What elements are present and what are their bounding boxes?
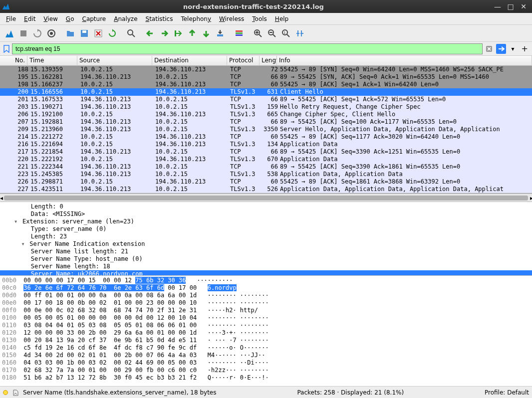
detail-line[interactable]: Server Name list length: 21 [0, 248, 532, 255]
go-back-icon[interactable] [144, 27, 157, 40]
minimize-button[interactable]: — [494, 3, 501, 10]
packet-row[interactable]: 22715.423511194.36.110.21310.0.2.15TLSv1… [0, 186, 532, 193]
menu-view[interactable]: View [40, 14, 60, 23]
bookmark-filter-icon[interactable] [2, 44, 11, 53]
maximize-button[interactable]: □ [507, 3, 514, 10]
packet-row[interactable]: 22015.22219210.0.2.15194.36.110.213TLSv1… [0, 156, 532, 163]
save-icon[interactable] [78, 27, 91, 40]
hex-line[interactable]: 00b0 00 00 00 00 17 00 15 00 00 12 75 6b… [0, 277, 532, 284]
col-time[interactable]: Time [27, 56, 77, 65]
packet-row[interactable]: 20615.19210010.0.2.15194.36.110.213TLSv1… [0, 111, 532, 118]
hex-line[interactable]: 00d0 00 ff 01 00 01 00 00 0a 00 0a 00 08… [0, 292, 532, 299]
clear-filter-icon[interactable] [484, 44, 494, 54]
start-capture-icon[interactable] [3, 27, 16, 40]
detail-line[interactable]: Data: <MISSING> [0, 210, 532, 218]
packet-row[interactable]: 20915.213960194.36.110.21310.0.2.15TLSv1… [0, 126, 532, 133]
packet-row[interactable]: 20715.192881194.36.110.21310.0.2.15TCP66… [0, 118, 532, 126]
expert-info-led-icon[interactable] [3, 390, 8, 395]
hex-line[interactable]: 0150 4d 34 00 2d 00 02 01 01 00 2b 00 07… [0, 352, 532, 359]
menu-file[interactable]: File [3, 14, 19, 23]
packet-row[interactable]: 18815.13935910.0.2.15194.36.110.213TCP72… [0, 66, 532, 73]
tree-toggle-icon[interactable]: ▾ [20, 240, 26, 248]
restart-capture-icon[interactable] [31, 27, 44, 40]
find-icon[interactable] [125, 27, 138, 40]
hex-line[interactable]: 0110 03 08 04 04 01 05 03 08 05 05 01 08… [0, 322, 532, 329]
close-file-icon[interactable] [92, 27, 105, 40]
col-source[interactable]: Source [77, 56, 152, 65]
col-no[interactable]: No. [0, 56, 27, 65]
detail-line-selected[interactable]: Server Name: uk2066.nordvpn.com [0, 270, 532, 275]
packet-row[interactable]: 21715.221854194.36.110.21310.0.2.15TCP66… [0, 148, 532, 156]
menu-analyze[interactable]: Analyze [111, 14, 140, 23]
packet-list[interactable]: 18815.13935910.0.2.15194.36.110.213TCP72… [0, 66, 532, 194]
filter-dropdown-icon[interactable]: ▾ [508, 44, 518, 54]
capture-options-icon[interactable] [45, 27, 58, 40]
menu-statistics[interactable]: Statistics [143, 14, 176, 23]
zoom-out-icon[interactable] [266, 27, 278, 40]
menu-wireless[interactable]: Wireless [216, 14, 247, 23]
menu-help[interactable]: Help [272, 14, 291, 23]
hex-line[interactable]: 0180 51 b6 a2 b7 13 12 72 8b 30 f0 45 ec… [0, 374, 532, 382]
hex-line[interactable]: 0120 12 00 00 00 33 00 2b 00 29 6a 6a 00… [0, 329, 532, 337]
hex-line[interactable]: 00e0 00 17 00 18 00 0b 00 02 01 00 00 23… [0, 299, 532, 307]
detail-line[interactable]: Server Name length: 18 [0, 263, 532, 270]
go-last-icon[interactable] [200, 27, 213, 40]
detail-line[interactable]: Length: 23 [0, 233, 532, 240]
packet-row[interactable]: 19515.162281194.36.110.21310.0.2.15TCP66… [0, 73, 532, 81]
go-to-packet-icon[interactable] [172, 27, 185, 40]
resize-columns-icon[interactable] [293, 27, 306, 40]
hex-line[interactable]: 0170 02 68 32 7a 7a 00 01 00 00 29 00 fb… [0, 367, 532, 374]
zoom-in-icon[interactable] [252, 27, 265, 40]
packet-row[interactable]: 20315.190271194.36.110.21310.0.2.15TLSv1… [0, 103, 532, 111]
menu-telephony[interactable]: Telephony [178, 14, 214, 23]
hex-line[interactable]: 0140 c5 fd 19 2e 16 cd 6f 8e 4f dc f8 c7… [0, 344, 532, 352]
open-icon[interactable] [64, 27, 77, 40]
packet-row[interactable]: 20115.167533194.36.110.21310.0.2.15TCP66… [0, 96, 532, 103]
statusbar: Server Name (tls.handshake.extensions_se… [0, 386, 532, 398]
packet-row[interactable]: 19815.16623710.0.2.15194.36.110.213TCP60… [0, 81, 532, 88]
zoom-reset-icon[interactable]: 1 [279, 27, 292, 40]
detail-line[interactable]: Server Name Type: host_name (0) [0, 255, 532, 263]
hex-line[interactable]: 00f0 00 0e 00 0c 02 68 32 08 68 74 74 70… [0, 307, 532, 314]
packet-row[interactable]: 21415.22127210.0.2.15194.36.110.213TCP60… [0, 133, 532, 141]
menu-go[interactable]: Go [63, 14, 77, 23]
hex-line[interactable]: 0160 04 03 03 00 1b 00 03 02 00 02 44 69… [0, 359, 532, 367]
packet-row[interactable]: 22115.222344194.36.110.21310.0.2.15TCP66… [0, 163, 532, 171]
menu-tools[interactable]: Tools [249, 14, 270, 23]
tree-toggle-icon[interactable]: ▾ [13, 218, 19, 225]
hex-line[interactable]: 0100 00 05 00 05 01 00 00 00 00 00 0d 00… [0, 314, 532, 322]
packet-bytes-pane[interactable]: 00b0 00 00 00 00 17 00 15 00 00 12 75 6b… [0, 275, 532, 386]
col-destination[interactable]: Destination [152, 56, 227, 65]
apply-filter-icon[interactable] [496, 44, 506, 54]
colorize-icon[interactable] [233, 27, 246, 40]
horizontal-scrollbar[interactable]: ◂ ▸ [0, 194, 532, 201]
add-filter-button[interactable]: + [520, 44, 530, 53]
detail-line[interactable]: ▾ Extension: server_name (len=23) [0, 218, 532, 225]
hex-line[interactable]: 0130 00 20 84 13 9a 20 cf 37 0e 9b 61 b5… [0, 337, 532, 344]
menu-capture[interactable]: Capture [79, 14, 109, 23]
go-first-icon[interactable] [186, 27, 199, 40]
packet-row[interactable]: 22615.29887110.0.2.15194.36.110.213TCP60… [0, 178, 532, 186]
hex-line[interactable]: 00c0 36 2e 6e 6f 72 64 76 70 6e 2e 63 6f… [0, 284, 532, 292]
status-profile[interactable]: Profile: Default [485, 389, 529, 396]
go-forward-icon[interactable] [158, 27, 171, 40]
packet-row[interactable]: 21615.22169410.0.2.15194.36.110.213TLSv1… [0, 141, 532, 148]
col-length[interactable]: Length [260, 56, 277, 65]
display-filter-input[interactable] [12, 43, 483, 54]
menu-edit[interactable]: Edit [21, 14, 38, 23]
detail-line[interactable]: Type: server_name (0) [0, 225, 532, 233]
col-info[interactable]: Info [277, 56, 532, 65]
status-packets: Packets: 258 · Displayed: 21 (8.1%) [297, 389, 404, 396]
stop-capture-icon[interactable] [17, 27, 30, 40]
detail-line[interactable]: ▾ Server Name Indication extension [0, 240, 532, 248]
capture-file-properties-icon[interactable] [12, 389, 19, 396]
auto-scroll-icon[interactable] [214, 27, 227, 40]
detail-line[interactable]: Length: 0 [0, 203, 532, 210]
reload-icon[interactable] [106, 27, 119, 40]
close-button[interactable]: ✕ [520, 3, 527, 10]
packet-row[interactable]: 20015.16655610.0.2.15194.36.110.213TLSv1… [0, 88, 532, 96]
col-protocol[interactable]: Protocol [227, 56, 260, 65]
packet-details-pane[interactable]: Length: 0 Data: <MISSING> ▾ Extension: s… [0, 201, 532, 275]
svg-rect-10 [236, 32, 243, 34]
packet-row[interactable]: 22315.245385194.36.110.21310.0.2.15TLSv1… [0, 171, 532, 178]
